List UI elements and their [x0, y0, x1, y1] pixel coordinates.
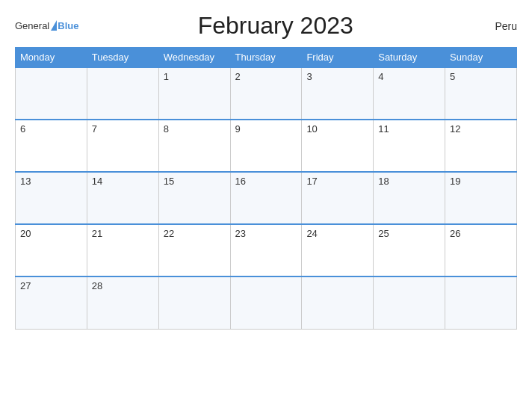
day-number: 24 — [306, 228, 317, 239]
calendar-day-cell: 15 — [158, 172, 230, 224]
logo: General Blue — [15, 20, 78, 31]
day-number: 2 — [235, 71, 241, 82]
calendar-day-cell — [87, 67, 158, 120]
header: General Blue February 2023 Peru — [15, 12, 517, 40]
day-number: 23 — [235, 228, 246, 239]
day-number: 25 — [378, 228, 389, 239]
calendar-header-cell: Sunday — [445, 48, 517, 68]
day-number: 3 — [306, 71, 312, 82]
calendar-day-cell — [16, 67, 87, 120]
calendar-day-cell: 11 — [374, 120, 445, 172]
day-number: 26 — [450, 228, 460, 239]
calendar-header-cell: Saturday — [374, 48, 445, 68]
calendar-day-cell — [445, 276, 517, 329]
day-number: 12 — [450, 123, 460, 135]
day-number: 16 — [235, 176, 246, 187]
calendar-day-cell: 13 — [16, 172, 87, 224]
day-number: 6 — [20, 123, 25, 135]
day-number: 10 — [306, 123, 317, 135]
calendar-header-cell: Monday — [16, 48, 87, 68]
day-number: 21 — [92, 228, 102, 239]
day-number: 19 — [450, 176, 460, 187]
day-number: 18 — [378, 176, 389, 187]
day-number: 8 — [164, 123, 169, 135]
calendar-day-cell: 20 — [16, 224, 87, 276]
logo-triangle-icon — [51, 20, 57, 31]
calendar-day-cell: 5 — [445, 67, 517, 120]
calendar-day-cell: 28 — [87, 276, 158, 329]
calendar-day-cell: 26 — [445, 224, 517, 276]
calendar-day-cell: 14 — [87, 172, 158, 224]
day-number: 27 — [20, 280, 31, 291]
calendar-week-row: 12345 — [16, 67, 517, 120]
calendar-day-cell — [302, 276, 374, 329]
logo-blue-text: Blue — [58, 20, 78, 31]
calendar-header-cell: Wednesday — [158, 48, 230, 68]
calendar-day-cell: 21 — [87, 224, 158, 276]
calendar-week-row: 6789101112 — [16, 120, 517, 172]
calendar-header-cell: Tuesday — [87, 48, 158, 68]
calendar-header-row: MondayTuesdayWednesdayThursdayFridaySatu… — [16, 48, 517, 68]
day-number: 5 — [450, 71, 455, 82]
calendar-day-cell: 1 — [158, 67, 230, 120]
calendar: MondayTuesdayWednesdayThursdayFridaySatu… — [15, 47, 517, 330]
calendar-day-cell — [374, 276, 445, 329]
calendar-week-row: 13141516171819 — [16, 172, 517, 224]
calendar-day-cell: 22 — [158, 224, 230, 276]
calendar-day-cell — [230, 276, 302, 329]
calendar-day-cell: 9 — [230, 120, 302, 172]
month-title: February 2023 — [78, 12, 472, 40]
logo-general-text: General — [15, 20, 49, 31]
calendar-day-cell — [158, 276, 230, 329]
day-number: 14 — [92, 176, 102, 187]
calendar-day-cell: 12 — [445, 120, 517, 172]
calendar-day-cell: 4 — [374, 67, 445, 120]
day-number: 9 — [235, 123, 241, 135]
calendar-header-cell: Friday — [302, 48, 374, 68]
calendar-day-cell: 27 — [16, 276, 87, 329]
day-number: 15 — [164, 176, 174, 187]
day-number: 28 — [92, 280, 102, 291]
calendar-day-cell: 8 — [158, 120, 230, 172]
calendar-day-cell: 7 — [87, 120, 158, 172]
day-number: 13 — [20, 176, 31, 187]
calendar-week-row: 20212223242526 — [16, 224, 517, 276]
calendar-day-cell: 24 — [302, 224, 374, 276]
calendar-week-row: 2728 — [16, 276, 517, 329]
day-number: 1 — [164, 71, 169, 82]
calendar-day-cell: 17 — [302, 172, 374, 224]
calendar-day-cell: 2 — [230, 67, 302, 120]
day-number: 22 — [164, 228, 174, 239]
day-number: 7 — [92, 123, 97, 135]
calendar-day-cell: 18 — [374, 172, 445, 224]
calendar-day-cell: 16 — [230, 172, 302, 224]
page: General Blue February 2023 Peru MondayTu… — [0, 0, 532, 411]
calendar-day-cell: 6 — [16, 120, 87, 172]
calendar-day-cell: 19 — [445, 172, 517, 224]
calendar-day-cell: 23 — [230, 224, 302, 276]
day-number: 4 — [378, 71, 383, 82]
day-number: 11 — [378, 123, 389, 135]
calendar-header-cell: Thursday — [230, 48, 302, 68]
day-number: 17 — [306, 176, 317, 187]
country-label: Peru — [472, 20, 517, 32]
day-number: 20 — [20, 228, 31, 239]
calendar-day-cell: 10 — [302, 120, 374, 172]
calendar-day-cell: 3 — [302, 67, 374, 120]
calendar-day-cell: 25 — [374, 224, 445, 276]
